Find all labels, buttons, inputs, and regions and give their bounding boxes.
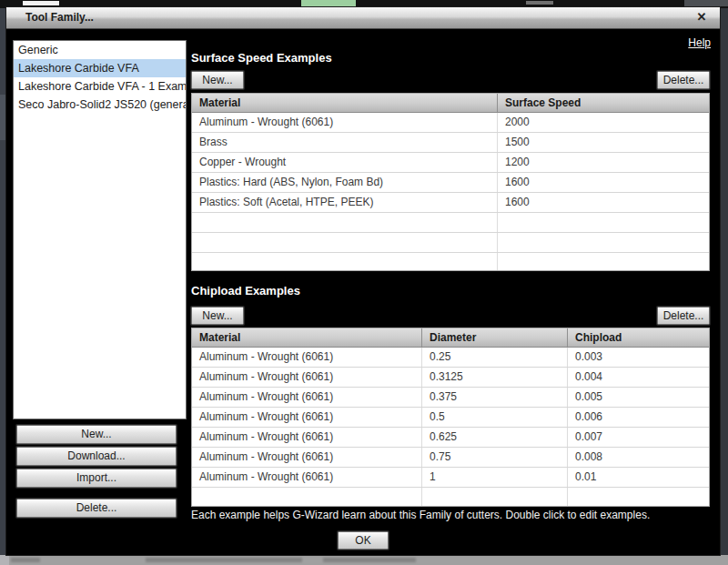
surface-speed-row[interactable]: Brass 1500 bbox=[192, 133, 709, 153]
chipload-cell: 0.008 bbox=[568, 448, 709, 467]
family-list-item-seco-jabro[interactable]: Seco Jabro-Solid2 JS520 (general) bbox=[14, 96, 186, 114]
help-link[interactable]: Help bbox=[688, 36, 711, 49]
screen: Tool Family... ✕ Help Generic Lakeshore … bbox=[0, 0, 728, 565]
material-cell: Aluminum - Wrought (6061) bbox=[192, 408, 422, 427]
surface-speed-row[interactable] bbox=[192, 253, 709, 271]
chipload-cell: 0.01 bbox=[568, 468, 709, 487]
material-cell bbox=[192, 488, 422, 507]
surface-speed-table: Material Surface Speed Aluminum - Wrough… bbox=[191, 93, 710, 271]
chipload-heading: Chipload Examples bbox=[191, 284, 300, 298]
chipload-row[interactable]: Aluminum - Wrought (6061) 0.75 0.008 bbox=[192, 448, 709, 468]
chipload-cell: 0.004 bbox=[568, 368, 709, 387]
surface-speed-row[interactable]: Plastics: Hard (ABS, Nylon, Foam Bd) 160… bbox=[192, 173, 709, 193]
background-blurred-text bbox=[146, 558, 302, 562]
chipload-row[interactable]: Aluminum - Wrought (6061) 1 0.01 bbox=[192, 468, 709, 488]
diameter-cell: 0.5 bbox=[422, 408, 568, 427]
surface-speed-new-button[interactable]: New... bbox=[191, 71, 244, 89]
diameter-cell: 0.375 bbox=[422, 388, 568, 407]
surface-speed-cell: 1600 bbox=[498, 193, 709, 212]
chipload-cell: 0.007 bbox=[568, 428, 709, 447]
background-blurred-text bbox=[323, 558, 416, 562]
background-artifact bbox=[0, 555, 9, 565]
page-background-bottom bbox=[0, 555, 728, 565]
family-download-button[interactable]: Download... bbox=[16, 447, 177, 466]
tool-family-dialog: Tool Family... ✕ Help Generic Lakeshore … bbox=[6, 7, 720, 555]
diameter-cell: 1 bbox=[422, 468, 568, 487]
page-background-right bbox=[720, 8, 728, 555]
family-delete-button[interactable]: Delete... bbox=[16, 499, 177, 518]
dialog-titlebar[interactable]: Tool Family... ✕ bbox=[6, 7, 720, 29]
diameter-cell: 0.75 bbox=[422, 448, 568, 467]
material-cell: Aluminum - Wrought (6061) bbox=[192, 113, 498, 132]
diameter-cell: 0.3125 bbox=[422, 368, 568, 387]
family-list-item-lakeshore-vfa-example[interactable]: Lakeshore Carbide VFA - 1 Example bbox=[14, 77, 186, 96]
surface-speed-cell bbox=[498, 253, 709, 271]
chipload-row[interactable]: Aluminum - Wrought (6061) 0.625 0.007 bbox=[192, 428, 709, 448]
surface-speed-cell bbox=[498, 233, 709, 252]
material-cell bbox=[192, 233, 498, 252]
material-cell: Plastics: Soft (Acetal, HTPE, PEEK) bbox=[192, 193, 498, 212]
surface-speed-cell: 1500 bbox=[498, 133, 709, 152]
surface-speed-table-body: Aluminum - Wrought (6061) 2000 Brass 150… bbox=[192, 113, 709, 271]
chipload-row[interactable] bbox=[192, 488, 709, 507]
material-cell: Brass bbox=[192, 133, 498, 152]
chipload-cell: 0.005 bbox=[568, 388, 709, 407]
material-cell: Aluminum - Wrought (6061) bbox=[192, 368, 422, 387]
chipload-table-body: Aluminum - Wrought (6061) 0.25 0.003 Alu… bbox=[192, 348, 709, 507]
chipload-cell: 0.006 bbox=[568, 408, 709, 427]
chipload-table-header: Material Diameter Chipload bbox=[192, 328, 709, 348]
surface-speed-cell bbox=[498, 213, 709, 232]
family-list-item-generic[interactable]: Generic bbox=[14, 41, 186, 59]
material-cell: Aluminum - Wrought (6061) bbox=[192, 428, 422, 447]
background-progress-bar bbox=[301, 0, 356, 6]
family-import-button[interactable]: Import... bbox=[16, 469, 177, 488]
chipload-row[interactable]: Aluminum - Wrought (6061) 0.5 0.006 bbox=[192, 408, 709, 428]
column-header-surface-speed[interactable]: Surface Speed bbox=[498, 94, 709, 112]
material-cell: Aluminum - Wrought (6061) bbox=[192, 448, 422, 467]
surface-speed-delete-button[interactable]: Delete... bbox=[657, 71, 710, 89]
column-header-material[interactable]: Material bbox=[192, 94, 498, 112]
material-cell bbox=[192, 213, 498, 232]
background-artifact bbox=[23, 1, 59, 5]
column-header-chipload[interactable]: Chipload bbox=[568, 328, 709, 347]
chipload-row[interactable]: Aluminum - Wrought (6061) 0.3125 0.004 bbox=[192, 368, 709, 388]
surface-speed-row[interactable]: Aluminum - Wrought (6061) 2000 bbox=[192, 113, 709, 133]
material-cell: Copper - Wrought bbox=[192, 153, 498, 172]
chipload-new-button[interactable]: New... bbox=[191, 307, 244, 325]
diameter-cell: 0.25 bbox=[422, 348, 568, 367]
column-header-diameter[interactable]: Diameter bbox=[422, 328, 568, 347]
family-new-button[interactable]: New... bbox=[16, 425, 177, 444]
surface-speed-row[interactable]: Plastics: Soft (Acetal, HTPE, PEEK) 1600 bbox=[192, 193, 709, 213]
surface-speed-cell: 2000 bbox=[498, 113, 709, 132]
material-cell: Aluminum - Wrought (6061) bbox=[192, 468, 422, 487]
background-artifact bbox=[0, 95, 6, 140]
family-listbox[interactable]: Generic Lakeshore Carbide VFA Lakeshore … bbox=[13, 40, 187, 419]
page-background-left bbox=[0, 8, 6, 555]
background-artifact bbox=[684, 0, 728, 6]
diameter-cell: 0.625 bbox=[422, 428, 568, 447]
surface-speed-cell: 1200 bbox=[498, 153, 709, 172]
chipload-cell: 0.003 bbox=[568, 348, 709, 367]
surface-speed-row[interactable]: Copper - Wrought 1200 bbox=[192, 153, 709, 173]
material-cell bbox=[192, 253, 498, 271]
background-artifact bbox=[526, 1, 553, 5]
examples-help-caption: Each example helps G-Wizard learn about … bbox=[191, 509, 717, 521]
diameter-cell bbox=[422, 488, 568, 507]
chipload-row[interactable]: Aluminum - Wrought (6061) 0.375 0.005 bbox=[192, 388, 709, 408]
surface-speed-row[interactable] bbox=[192, 213, 709, 233]
chipload-row[interactable]: Aluminum - Wrought (6061) 0.25 0.003 bbox=[192, 348, 709, 368]
chipload-table: Material Diameter Chipload Aluminum - Wr… bbox=[191, 328, 710, 507]
column-header-material[interactable]: Material bbox=[192, 328, 422, 347]
material-cell: Aluminum - Wrought (6061) bbox=[192, 388, 422, 407]
surface-speed-cell: 1600 bbox=[498, 173, 709, 192]
chipload-delete-button[interactable]: Delete... bbox=[657, 307, 710, 325]
surface-speed-row[interactable] bbox=[192, 233, 709, 253]
chipload-cell bbox=[568, 488, 709, 507]
background-blurred-text bbox=[11, 558, 40, 562]
dialog-title: Tool Family... bbox=[25, 11, 94, 24]
surface-speed-table-header: Material Surface Speed bbox=[192, 94, 709, 113]
surface-speed-heading: Surface Speed Examples bbox=[191, 51, 332, 65]
family-list-item-lakeshore-vfa[interactable]: Lakeshore Carbide VFA bbox=[14, 59, 186, 77]
close-icon[interactable]: ✕ bbox=[694, 10, 709, 25]
ok-button[interactable]: OK bbox=[338, 531, 389, 550]
